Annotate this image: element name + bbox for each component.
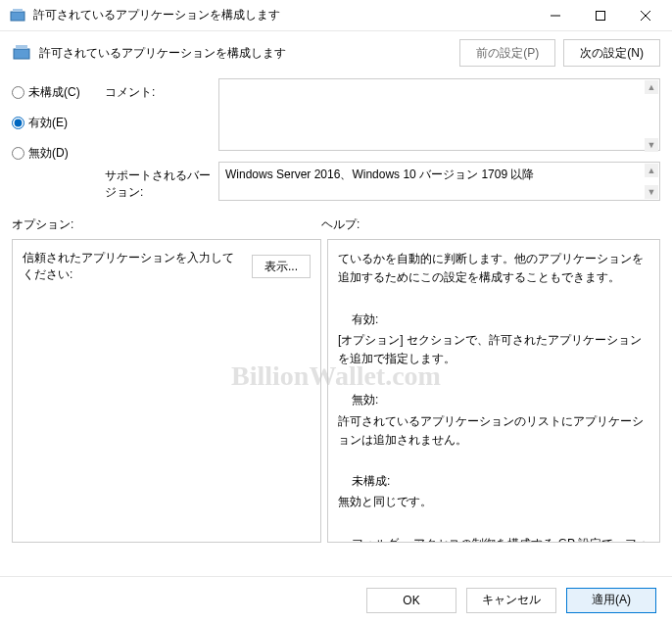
- close-button[interactable]: [623, 0, 668, 31]
- help-panel: ているかを自動的に判断します。他のアプリケーションを追加するためにこの設定を構成…: [327, 239, 660, 543]
- cancel-button[interactable]: キャンセル: [466, 588, 556, 613]
- svg-rect-3: [597, 11, 605, 20]
- maximize-button[interactable]: [578, 0, 623, 31]
- next-setting-button[interactable]: 次の設定(N): [563, 39, 660, 67]
- footer-bar: OK キャンセル 適用(A): [0, 576, 672, 623]
- window-title: 許可されているアプリケーションを構成します: [33, 7, 533, 24]
- radio-disabled[interactable]: 無効(D): [12, 145, 95, 162]
- minimize-button[interactable]: [533, 0, 578, 31]
- header-title: 許可されているアプリケーションを構成します: [39, 45, 452, 62]
- app-icon: [10, 8, 25, 24]
- svg-rect-7: [16, 45, 27, 49]
- svg-rect-1: [13, 9, 23, 12]
- radio-enabled[interactable]: 有効(E): [12, 115, 95, 131]
- radio-not-configured[interactable]: 未構成(C): [12, 84, 95, 101]
- state-radio-group: 未構成(C) 有効(E) 無効(D): [12, 78, 95, 162]
- apply-button[interactable]: 適用(A): [566, 588, 656, 613]
- help-section-label: ヘルプ:: [321, 216, 660, 233]
- policy-icon: [12, 43, 31, 63]
- header-bar: 許可されているアプリケーションを構成します 前の設定(P) 次の設定(N): [0, 31, 672, 74]
- show-button[interactable]: 表示...: [252, 255, 311, 278]
- scroll-up-icon[interactable]: ▲: [645, 80, 658, 94]
- title-bar: 許可されているアプリケーションを構成します: [0, 0, 672, 31]
- trusted-apps-label: 信頼されたアプリケーションを入力してください:: [23, 250, 244, 283]
- supported-version-text: Windows Server 2016、Windows 10 バージョン 170…: [218, 162, 660, 201]
- scroll-down-icon[interactable]: ▼: [645, 185, 658, 199]
- ok-button[interactable]: OK: [366, 588, 456, 613]
- options-section-label: オプション:: [12, 216, 321, 233]
- svg-rect-6: [14, 49, 29, 59]
- svg-rect-0: [11, 12, 24, 21]
- options-panel: 信頼されたアプリケーションを入力してください: 表示...: [12, 239, 321, 543]
- scroll-up-icon[interactable]: ▲: [645, 164, 658, 177]
- prev-setting-button[interactable]: 前の設定(P): [459, 39, 555, 67]
- scroll-down-icon[interactable]: ▼: [645, 138, 658, 152]
- comment-label: コメント:: [105, 78, 215, 154]
- comment-textarea[interactable]: [218, 78, 660, 151]
- help-text: ているかを自動的に判断します。他のアプリケーションを追加するためにこの設定を構成…: [338, 250, 649, 543]
- supported-version-label: サポートされるバージョン:: [105, 162, 215, 201]
